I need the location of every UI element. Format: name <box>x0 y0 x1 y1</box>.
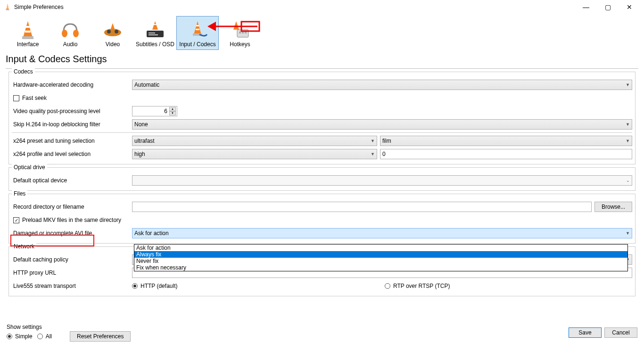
vq-post-spinbox[interactable]: 6 ▲▼ <box>132 106 177 116</box>
chevron-down-icon: ▼ <box>626 122 630 127</box>
chevron-down-icon: ⌄ <box>626 178 630 183</box>
svg-rect-18 <box>154 24 157 25</box>
chevron-down-icon: ▼ <box>626 231 630 236</box>
show-all-radio[interactable]: All <box>37 333 52 340</box>
group-title: Network <box>12 243 36 250</box>
headphones-icon <box>59 20 82 40</box>
svg-point-8 <box>62 30 67 37</box>
fast-seek-checkbox[interactable]: Fast seek <box>12 95 47 101</box>
category-hotkeys[interactable]: Hotkeys <box>219 16 261 50</box>
select-value: Automatic <box>134 82 159 88</box>
svg-rect-22 <box>196 29 199 30</box>
reset-preferences-button[interactable]: Reset Preferences <box>70 331 131 342</box>
bottom-bar: Show settings Simple All Reset Preferenc… <box>0 322 644 343</box>
svg-point-10 <box>104 29 121 36</box>
save-button[interactable]: Save <box>569 327 602 338</box>
svg-rect-7 <box>25 31 31 33</box>
x264-profile-select[interactable]: high ▼ <box>132 149 377 159</box>
group-optical: Optical drive Default optical device ⌄ <box>8 167 636 191</box>
svg-marker-27 <box>233 21 239 30</box>
svg-rect-24 <box>239 32 241 33</box>
category-subtitles[interactable]: Subtitles / OSD <box>134 16 176 50</box>
hw-decoding-select[interactable]: Automatic ▼ <box>132 80 632 90</box>
svg-rect-15 <box>149 33 155 33</box>
minimize-button[interactable]: — <box>575 0 597 14</box>
damaged-avi-select[interactable]: Ask for action ▼ <box>132 228 632 238</box>
x264-level-input[interactable]: 0 <box>380 149 632 159</box>
proxy-label: HTTP proxy URL <box>12 270 132 276</box>
record-dir-input[interactable] <box>132 202 592 212</box>
category-video[interactable]: Video <box>91 16 134 50</box>
svg-rect-5 <box>22 36 33 39</box>
spinbox-value: 6 <box>132 108 169 114</box>
spin-up-icon[interactable]: ▲ <box>169 107 176 111</box>
preload-mkv-checkbox[interactable]: ✓ Preload MKV files in the same director… <box>12 217 121 223</box>
category-interface[interactable]: Interface <box>7 16 49 50</box>
damaged-avi-dropdown-panel: Ask for action Always fix Never fix Fix … <box>134 244 628 271</box>
stream-transport-label: Live555 stream transport <box>12 283 132 289</box>
window-title: Simple Preferences <box>14 4 575 10</box>
hw-decoding-label: Hardware-accelerated decoding <box>12 82 132 88</box>
maximize-button[interactable]: ▢ <box>597 0 619 14</box>
dropdown-option[interactable]: Fix when necessary <box>134 264 627 271</box>
svg-point-11 <box>107 30 111 33</box>
stream-http-radio[interactable]: HTTP (default) <box>132 283 177 289</box>
category-label: Audio <box>63 41 78 48</box>
category-input-codecs[interactable]: Input / Codecs <box>176 16 219 50</box>
category-label: Input / Codecs <box>179 41 215 48</box>
group-title: Codecs <box>12 68 35 75</box>
select-value: ultrafast <box>134 138 155 144</box>
stream-rtp-radio[interactable]: RTP over RTSP (TCP) <box>385 283 450 289</box>
category-label: Video <box>106 41 120 48</box>
select-value: film <box>382 138 391 144</box>
radio-label: RTP over RTSP (TCP) <box>393 283 450 289</box>
select-value: None <box>134 121 148 128</box>
svg-marker-17 <box>152 21 158 30</box>
chevron-down-icon: ▼ <box>626 139 630 143</box>
svg-marker-13 <box>111 23 115 29</box>
spin-down-icon[interactable]: ▼ <box>169 111 176 115</box>
codec-icon <box>186 20 209 40</box>
svg-rect-25 <box>242 32 244 33</box>
cone-icon <box>17 20 39 40</box>
dropdown-option[interactable]: Never fix <box>134 258 627 264</box>
group-title: Optical drive <box>12 164 47 171</box>
input-value: 0 <box>382 151 386 157</box>
category-audio[interactable]: Audio <box>49 16 91 50</box>
radio-label: HTTP (default) <box>140 283 177 289</box>
chevron-down-icon: ▼ <box>371 139 375 143</box>
default-optical-label: Default optical device <box>12 177 132 184</box>
dropdown-option[interactable]: Always fix <box>134 251 627 258</box>
svg-marker-4 <box>23 21 33 37</box>
svg-rect-16 <box>149 34 158 35</box>
x264-preset-label: x264 preset and tuning selection <box>12 138 132 144</box>
group-files: Files Record directory or filename Brows… <box>8 194 636 244</box>
radio-label: Simple <box>15 333 33 340</box>
category-label: Interface <box>17 41 39 48</box>
category-label: Hotkeys <box>230 41 250 48</box>
category-toolbar: Interface Audio Video Subtitles / OSD In… <box>0 14 644 52</box>
x264-tune-select[interactable]: film ▼ <box>380 136 632 146</box>
checkbox-label: Fast seek <box>22 95 47 101</box>
x264-preset-select[interactable]: ultrafast ▼ <box>132 136 377 146</box>
svg-rect-6 <box>26 26 30 28</box>
show-simple-radio[interactable]: Simple <box>7 333 33 340</box>
hotkeys-icon <box>229 20 251 40</box>
checkbox-label: Preload MKV files in the same directory <box>22 217 121 223</box>
cancel-button[interactable]: Cancel <box>604 327 637 338</box>
checkbox-box: ✓ <box>13 217 19 223</box>
svg-rect-26 <box>245 32 247 33</box>
group-codecs: Codecs Hardware-accelerated decoding Aut… <box>8 72 636 164</box>
default-optical-select[interactable]: ⌄ <box>132 175 632 186</box>
browse-button[interactable]: Browse... <box>594 202 632 212</box>
skip-deblock-select[interactable]: None ▼ <box>132 119 632 130</box>
close-button[interactable]: ✕ <box>619 0 640 14</box>
chevron-down-icon: ▼ <box>371 152 375 156</box>
svg-rect-3 <box>7 8 8 8</box>
dropdown-option[interactable]: Ask for action <box>134 245 627 251</box>
heading-rule <box>6 68 638 69</box>
select-value: high <box>134 151 145 157</box>
svg-rect-1 <box>6 9 9 10</box>
x264-profile-label: x264 profile and level selection <box>12 151 132 157</box>
film-reel-icon <box>101 20 124 40</box>
